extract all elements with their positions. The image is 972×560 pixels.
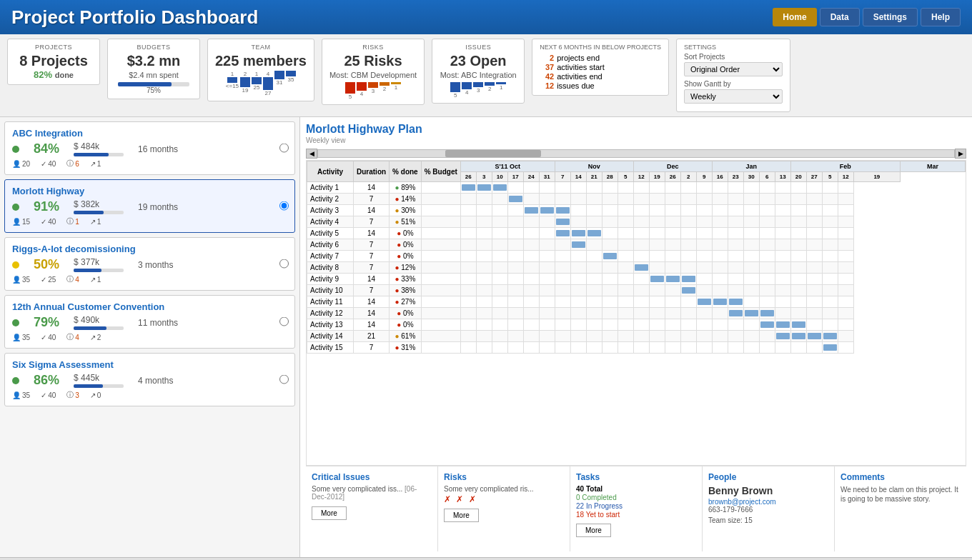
status-dot-morlott — [12, 204, 19, 211]
issues-label: ISSUES — [440, 44, 517, 51]
project-budget-sigma: $ 445k — [74, 373, 124, 383]
project-budget-morlott: $ 382k — [74, 199, 124, 209]
week-26: 26 — [460, 172, 476, 182]
gantt-done-7: ● 12% — [390, 262, 422, 274]
gantt-duration-8: 14 — [354, 274, 390, 285]
issues-stat-morlott: ⓘ1 — [66, 216, 79, 226]
gantt-duration-7: 7 — [354, 262, 390, 274]
gantt-duration-6: 7 — [354, 251, 390, 262]
project-title-riggs: Riggs-A-lot decomissioning — [12, 244, 287, 254]
gantt-by-select[interactable]: Weekly Monthly Daily — [684, 89, 783, 104]
home-button[interactable]: Home — [773, 8, 816, 26]
project-radio-morlott[interactable] — [279, 201, 289, 210]
projects-value: 8 Projects — [15, 53, 92, 69]
status-dot-abc — [12, 146, 19, 153]
risks-more-button[interactable]: More — [444, 509, 479, 522]
tasks-completed: 0 Completed — [576, 494, 696, 501]
gantt-summary-card: Next 6 months in below projects 2project… — [532, 39, 669, 96]
people-phone: 663-179-7666 — [708, 506, 828, 514]
gantt-activity-name-9: Activity 10 — [307, 285, 354, 296]
gantt-activity-name-8: Activity 9 — [307, 274, 354, 285]
gantt-budget-0 — [421, 182, 460, 194]
check-icon: ✓ — [41, 160, 46, 168]
issues-stat-abc: ⓘ6 — [66, 159, 79, 169]
month-header-dec: Dec — [633, 161, 712, 172]
gantt-wrapper[interactable]: Activity Duration % done % Budget S'11 O… — [306, 160, 966, 466]
tasks-yet: 18 Yet to start — [576, 511, 696, 519]
gantt-duration-1: 7 — [354, 194, 390, 205]
settings-button[interactable]: Settings — [863, 8, 918, 26]
gantt-duration-0: 14 — [354, 182, 390, 194]
trend-icon: ↗ — [90, 160, 96, 168]
gantt-budget-2 — [421, 205, 460, 216]
gantt-done-8: ● 33% — [390, 274, 422, 285]
project-title-abc: ABC Integration — [12, 128, 287, 139]
people-stat-abc: 👤20 — [12, 160, 30, 168]
issues-summary: ISSUES 23 Open Most: ABC Integration 5 4… — [432, 39, 525, 104]
gantt-done-5: ● 0% — [390, 239, 422, 251]
project-duration-sigma: 4 months — [138, 376, 173, 386]
data-button[interactable]: Data — [820, 8, 860, 26]
month-header-oct: S'11 Oct — [460, 161, 555, 172]
projects-label: PROJECTS — [15, 44, 92, 51]
app-footer: LEGEND: 👤People ✓Activities ⓘIssues ↗Ris… — [0, 557, 972, 560]
help-button[interactable]: Help — [921, 8, 961, 26]
gantt-budget-9 — [421, 285, 460, 296]
gantt-duration-5: 7 — [354, 239, 390, 251]
gantt-duration-4: 14 — [354, 228, 390, 239]
gantt-budget-4 — [421, 228, 460, 239]
col-header-duration: Duration — [354, 161, 390, 182]
budgets-label: BUDGETS — [115, 44, 192, 51]
gantt-budget-3 — [421, 216, 460, 228]
critical-issues-title: Critical Issues — [312, 472, 432, 482]
project-card-sigma[interactable]: Six Sigma Assessment 86% $ 445k 4 months… — [4, 353, 295, 406]
sort-projects-select[interactable]: Original Order Budget Duration % Done — [684, 62, 783, 76]
project-radio-riggs[interactable] — [279, 259, 289, 268]
people-icon-c: 👤 — [12, 334, 21, 341]
projects-summary: PROJECTS 8 Projects 82% done — [7, 39, 100, 85]
gantt-activity-name-13: Activity 14 — [307, 331, 354, 342]
project-pct-riggs: 50% — [34, 257, 59, 272]
gantt-done-6: ● 0% — [390, 251, 422, 262]
team-summary: TEAM 225 members 1<=15 219 125 427 31 35 — [207, 39, 314, 101]
project-card-morlott[interactable]: Morlott Highway 91% $ 382k 19 months 👤15… — [4, 179, 295, 233]
people-teamsize: Team size: 15 — [708, 516, 828, 524]
comments-section: Comments We need to be clam on this proj… — [835, 466, 966, 551]
project-radio-abc[interactable] — [279, 143, 289, 152]
gantt-body: Activity 114● 89%Activity 27● 14%Activit… — [307, 182, 966, 354]
info-icon: ⓘ — [66, 159, 74, 169]
tasks-title: Tasks — [576, 472, 696, 482]
project-card-riggs[interactable]: Riggs-A-lot decomissioning 50% $ 377k 3 … — [4, 237, 295, 291]
month-header-nov: Nov — [555, 161, 633, 172]
gantt-budget-11 — [421, 308, 460, 319]
comments-title: Comments — [840, 472, 961, 482]
gantt-done-4: ● 0% — [390, 228, 422, 239]
col-header-budget: % Budget — [421, 161, 460, 182]
gantt-scroll-right[interactable]: ▶ — [955, 149, 966, 159]
info-icon-r: ⓘ — [66, 274, 74, 284]
project-title-morlott: Morlott Highway — [12, 186, 287, 196]
budgets-value: $3.2 mn — [115, 53, 192, 69]
risks-label: RISKS — [329, 44, 417, 51]
gantt-activity-name-0: Activity 1 — [307, 182, 354, 194]
info-icon-m: ⓘ — [66, 216, 74, 226]
project-radio-sigma[interactable] — [279, 374, 289, 384]
gantt-scroll-left[interactable]: ◀ — [306, 149, 317, 159]
gantt-done-2: ● 30% — [390, 205, 422, 216]
check-icon-m: ✓ — [41, 218, 46, 226]
gantt-by-label: Show Gantt by — [684, 80, 783, 88]
gantt-duration-13: 21 — [354, 331, 390, 342]
project-card-abc[interactable]: ABC Integration 84% $ 484k 16 months 👤20… — [4, 121, 295, 175]
month-header-feb: Feb — [790, 161, 900, 172]
team-value: 225 members — [215, 53, 307, 69]
trend-icon-s: ↗ — [90, 391, 96, 399]
project-radio-convention[interactable] — [279, 316, 289, 326]
issues-value: 23 Open — [440, 53, 517, 69]
critical-issues-more-button[interactable]: More — [312, 506, 347, 520]
tasks-more-button[interactable]: More — [576, 524, 611, 537]
gantt-done-14: ● 31% — [390, 342, 422, 354]
issues-sub: Most: ABC Integration — [440, 71, 517, 79]
gantt-budget-12 — [421, 319, 460, 331]
project-card-convention[interactable]: 12th Annual Customer Convention 79% $ 49… — [4, 295, 295, 349]
project-pct-abc: 84% — [34, 141, 59, 156]
